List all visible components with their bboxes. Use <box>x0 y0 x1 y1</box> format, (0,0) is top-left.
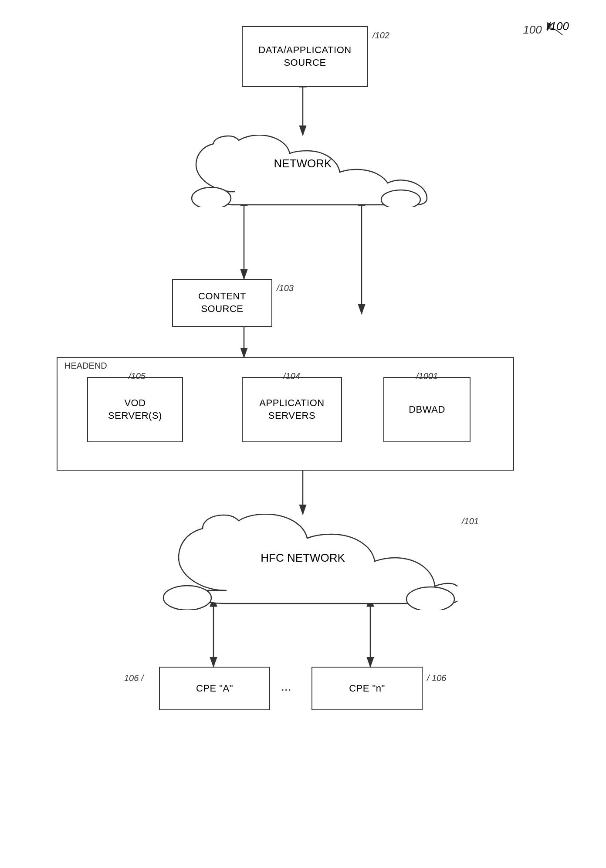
application-servers-box: APPLICATION SERVERS <box>242 377 342 442</box>
network-cloud: NETWORK <box>170 135 436 207</box>
vod-server-label: VOD SERVER(S) <box>108 397 162 422</box>
cpe-a-box: CPE "A" <box>159 667 270 710</box>
cpe-a-label: CPE "A" <box>196 682 233 695</box>
ellipsis-label: ... <box>281 680 291 694</box>
ref-101: /101 <box>462 516 479 526</box>
ref-1001: /1001 <box>416 371 438 381</box>
ref-106-right: / 106 <box>427 673 446 683</box>
content-source-label: CONTENT SOURCE <box>198 290 246 315</box>
hfc-network-cloud: HFC NETWORK <box>148 514 457 610</box>
data-application-source-label: DATA/APPLICATION SOURCE <box>258 44 351 69</box>
ref-104: /104 <box>283 371 300 381</box>
content-source-box: CONTENT SOURCE <box>172 279 272 327</box>
cpe-n-box: CPE "n" <box>311 667 423 710</box>
svg-point-12 <box>406 587 454 610</box>
hfc-network-label: HFC NETWORK <box>148 551 457 565</box>
svg-point-11 <box>163 586 211 610</box>
svg-point-9 <box>192 187 231 207</box>
data-application-source-box: DATA/APPLICATION SOURCE <box>242 26 368 87</box>
network-label: NETWORK <box>170 157 436 170</box>
headend-label: HEADEND <box>64 361 107 371</box>
dbwad-label: DBWAD <box>409 403 445 416</box>
dbwad-box: DBWAD <box>383 377 471 442</box>
cpe-n-label: CPE "n" <box>349 682 385 695</box>
ref-103: /103 <box>277 283 294 293</box>
svg-point-10 <box>381 190 420 207</box>
figure-number-label: /100 <box>547 20 569 33</box>
ref-106-left: 106 / <box>124 673 143 683</box>
ref-105: /105 <box>129 371 146 381</box>
ref-102: /102 <box>372 31 389 41</box>
diagram-container: 100 /100 DATA/APPLICATION SOURCE /102 NE… <box>0 0 606 868</box>
application-servers-label: APPLICATION SERVERS <box>259 397 324 422</box>
vod-server-box: VOD SERVER(S) <box>87 377 183 442</box>
